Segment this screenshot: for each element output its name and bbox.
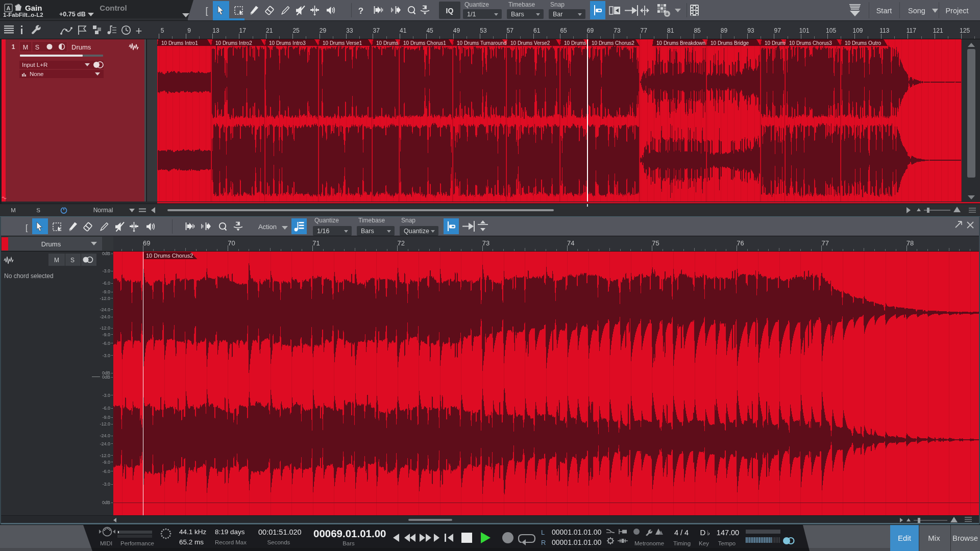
- svg-text:78: 78: [906, 239, 914, 247]
- svg-text:45: 45: [426, 27, 433, 34]
- svg-text:Bars: Bars: [361, 228, 374, 235]
- svg-text:49: 49: [453, 27, 460, 34]
- svg-text:101: 101: [799, 27, 810, 34]
- svg-text:Bars: Bars: [342, 540, 355, 546]
- svg-text:D: D: [700, 528, 706, 537]
- svg-text:Input L+R: Input L+R: [22, 62, 47, 68]
- svg-text:Drums: Drums: [71, 43, 91, 51]
- svg-text:-9.0: -9.0: [102, 460, 110, 465]
- svg-text:0dB: 0dB: [102, 251, 110, 256]
- svg-text:69: 69: [143, 239, 150, 247]
- svg-text:Bar: Bar: [553, 11, 562, 18]
- svg-text:-9.0: -9.0: [102, 415, 110, 420]
- svg-text:125: 125: [960, 27, 970, 34]
- svg-text:10 Drums Intro1: 10 Drums Intro1: [161, 40, 198, 46]
- svg-text:Quantize: Quantize: [404, 228, 429, 235]
- svg-text:121: 121: [933, 27, 943, 34]
- svg-text:Action: Action: [258, 223, 277, 231]
- svg-text:M: M: [11, 207, 16, 213]
- svg-text:Browse: Browse: [952, 534, 978, 542]
- svg-text:Mix: Mix: [928, 534, 940, 542]
- svg-text:-3.0: -3.0: [102, 482, 110, 487]
- svg-text:-6.0: -6.0: [102, 406, 110, 411]
- svg-text:♭: ♭: [707, 529, 710, 537]
- svg-text:A: A: [7, 5, 11, 11]
- svg-text:10 Drums Intro3: 10 Drums Intro3: [269, 40, 306, 46]
- svg-text:17: 17: [239, 27, 247, 34]
- svg-text:109: 109: [852, 27, 863, 34]
- svg-text:-9.0: -9.0: [102, 289, 110, 294]
- svg-text:105: 105: [826, 27, 836, 34]
- svg-text:Edit: Edit: [898, 534, 912, 542]
- svg-text:9: 9: [187, 27, 191, 34]
- svg-text:M: M: [23, 44, 28, 51]
- svg-text:00001.01.01.00: 00001.01.01.00: [552, 538, 602, 546]
- svg-text:S: S: [36, 207, 40, 213]
- svg-text:M: M: [54, 257, 59, 264]
- svg-text:-24.0: -24.0: [100, 433, 110, 438]
- svg-text:4 / 4: 4 / 4: [674, 529, 689, 537]
- svg-text:Gain: Gain: [25, 4, 42, 12]
- svg-text:S: S: [35, 44, 39, 51]
- svg-text:57: 57: [507, 27, 514, 34]
- svg-text:L: L: [541, 529, 545, 536]
- svg-text:10 Drums Verse2: 10 Drums Verse2: [510, 40, 550, 46]
- svg-text:10 Drums Bridge: 10 Drums Bridge: [710, 40, 749, 46]
- svg-text:Record Max: Record Max: [215, 539, 247, 545]
- svg-text:Snap: Snap: [550, 1, 565, 8]
- svg-text:-6.0: -6.0: [102, 341, 110, 346]
- svg-text:-6.0: -6.0: [102, 469, 110, 474]
- svg-text:1-FabFilt..o-L2: 1-FabFilt..o-L2: [3, 12, 43, 18]
- svg-text:S: S: [70, 257, 75, 264]
- svg-text:Start: Start: [876, 7, 892, 15]
- svg-text:74: 74: [567, 239, 574, 247]
- svg-text:Song: Song: [908, 7, 925, 15]
- svg-text:[: [: [205, 6, 208, 16]
- svg-text:Tempo: Tempo: [718, 540, 736, 546]
- svg-text:-24.0: -24.0: [100, 307, 110, 312]
- svg-text:Timebase: Timebase: [508, 1, 535, 8]
- svg-text:21: 21: [266, 27, 273, 34]
- svg-text:+0.75 dB: +0.75 dB: [59, 11, 86, 18]
- svg-text:10 Drums: 10 Drums: [376, 40, 398, 46]
- svg-text:+: +: [136, 24, 142, 37]
- svg-text:+: +: [666, 11, 669, 17]
- svg-text:85: 85: [694, 27, 701, 34]
- svg-text:0dB: 0dB: [102, 500, 110, 505]
- svg-text:10 Drums Intro2: 10 Drums Intro2: [215, 40, 252, 46]
- svg-text:10 Drums: 10 Drums: [765, 40, 787, 46]
- svg-text:44.1 kHz: 44.1 kHz: [179, 528, 207, 536]
- svg-text:10 Drums Verse1: 10 Drums Verse1: [323, 40, 362, 46]
- svg-text:-6.0: -6.0: [102, 281, 110, 286]
- svg-text:-12.0: -12.0: [100, 325, 110, 331]
- svg-text:R: R: [541, 539, 546, 546]
- svg-text:Timing: Timing: [673, 540, 691, 546]
- svg-text:00:01:51.020: 00:01:51.020: [258, 528, 302, 536]
- svg-text:1/16: 1/16: [317, 228, 329, 235]
- svg-text:117: 117: [906, 27, 916, 34]
- svg-text:No chord selected: No chord selected: [4, 272, 54, 280]
- svg-text:10 Drums Outro: 10 Drums Outro: [845, 40, 881, 46]
- svg-text:25: 25: [292, 27, 300, 34]
- svg-text:73: 73: [614, 27, 621, 34]
- svg-text:-3.0: -3.0: [102, 393, 110, 398]
- svg-text:81: 81: [667, 27, 674, 34]
- svg-text:147.00: 147.00: [717, 529, 739, 537]
- svg-text:IQ: IQ: [446, 7, 454, 15]
- svg-text:Timebase: Timebase: [358, 217, 385, 224]
- svg-text:10 Drums Turnaround: 10 Drums Turnaround: [457, 40, 506, 46]
- svg-text:10 Drums Chorus2: 10 Drums Chorus2: [592, 40, 634, 46]
- svg-text:Project: Project: [945, 7, 968, 15]
- svg-text:77: 77: [641, 27, 648, 34]
- svg-text:75: 75: [652, 239, 659, 247]
- svg-text:69: 69: [587, 27, 594, 34]
- svg-text:70: 70: [228, 239, 235, 247]
- svg-text:29: 29: [320, 27, 327, 34]
- svg-text:89: 89: [721, 27, 728, 34]
- svg-text:10 Drums: 10 Drums: [564, 40, 586, 46]
- svg-text:10 Drums Chorus1: 10 Drums Chorus1: [403, 40, 446, 46]
- svg-text:Snap: Snap: [401, 217, 415, 224]
- svg-text:None: None: [30, 71, 44, 77]
- svg-text:5: 5: [161, 27, 164, 34]
- svg-text:113: 113: [879, 27, 889, 34]
